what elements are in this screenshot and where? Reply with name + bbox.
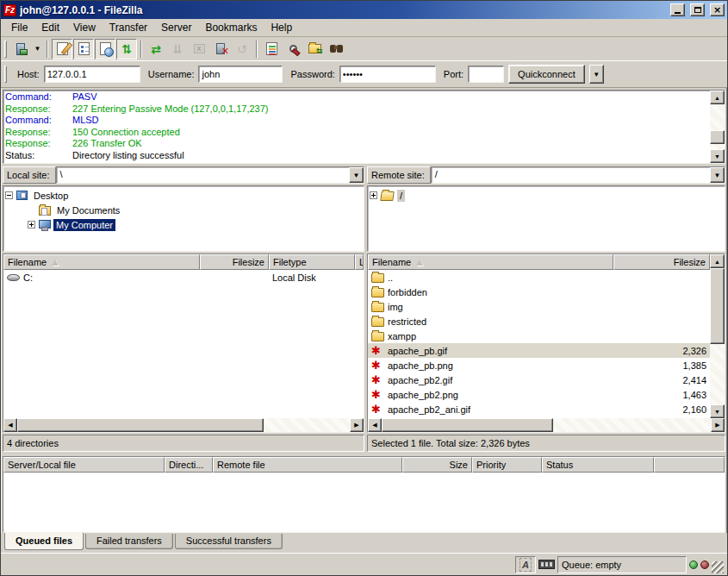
remote-file-row[interactable]: ✱apache_pb2_ani.gif2,160: [368, 402, 710, 416]
scroll-left-icon[interactable]: ◀: [3, 418, 17, 432]
column-header-remote-file[interactable]: Remote file: [213, 457, 402, 473]
disconnect-button[interactable]: [210, 39, 231, 59]
site-manager-dropdown-button[interactable]: ▼: [32, 39, 43, 59]
sort-ascending-icon: [416, 260, 423, 266]
find-files-button[interactable]: [326, 39, 346, 59]
queue-header: Server/Local file Directi... Remote file…: [3, 457, 725, 473]
scroll-up-icon[interactable]: ▲: [710, 91, 725, 104]
host-input[interactable]: [44, 66, 140, 83]
username-input[interactable]: [198, 66, 283, 83]
send-led-icon: [700, 560, 709, 569]
column-header-filetype[interactable]: Filetype: [269, 254, 355, 270]
queue-status-text: Queue: empty: [557, 556, 687, 573]
directory-listing-button[interactable]: [261, 39, 282, 59]
toggle-local-tree-button[interactable]: [73, 39, 94, 59]
refresh-button[interactable]: ⇄: [146, 39, 166, 59]
scroll-right-icon[interactable]: ▶: [711, 418, 725, 432]
column-header-server-local-file[interactable]: Server/Local file: [3, 457, 165, 473]
port-label: Port:: [444, 69, 464, 79]
column-header-filename[interactable]: Filename: [3, 254, 200, 270]
port-input[interactable]: [468, 66, 504, 83]
local-horizontal-scrollbar[interactable]: ◀ ▶: [3, 418, 364, 432]
password-input[interactable]: [339, 66, 436, 83]
menu-view[interactable]: View: [66, 20, 103, 36]
scroll-down-icon[interactable]: ▼: [710, 149, 725, 163]
remote-file-row[interactable]: ..: [368, 270, 710, 285]
toggle-transfer-queue-button[interactable]: ⇅: [116, 39, 137, 59]
scroll-down-icon[interactable]: ▼: [710, 404, 725, 418]
directory-comparison-button[interactable]: [304, 39, 325, 59]
log-entry: Status:Directory listing successful: [5, 150, 708, 162]
column-header-size[interactable]: Size: [402, 457, 472, 473]
remote-vertical-scrollbar[interactable]: ▲ ▼: [710, 254, 725, 418]
column-header-filesize[interactable]: Filesize: [200, 254, 269, 270]
process-queue-button[interactable]: ⇊: [167, 39, 188, 59]
local-site-combobox[interactable]: \ ▼: [56, 166, 364, 184]
expand-icon[interactable]: [28, 221, 35, 229]
tree-item-desktop[interactable]: Desktop: [5, 188, 364, 203]
remote-file-row-selected[interactable]: ✱apache_pb.gif2,326: [368, 343, 710, 358]
site-manager-button[interactable]: [10, 39, 31, 59]
cancel-button[interactable]: [189, 39, 209, 59]
menu-transfer[interactable]: Transfer: [103, 20, 154, 36]
chevron-down-icon[interactable]: ▼: [710, 167, 725, 183]
scroll-up-icon[interactable]: ▲: [710, 254, 725, 268]
quickconnect-dropdown-button[interactable]: ▼: [589, 65, 604, 84]
local-file-row[interactable]: C: Local Disk: [3, 270, 364, 285]
menu-bookmarks[interactable]: Bookmarks: [198, 20, 264, 36]
folder-icon: [371, 288, 384, 297]
tree-item-root[interactable]: /: [370, 188, 725, 203]
toolbar-separator: [140, 41, 142, 58]
remote-file-row[interactable]: img: [368, 299, 710, 314]
status-bar: A Queue: empty: [1, 553, 727, 575]
local-list-rows: C: Local Disk: [3, 270, 364, 418]
resize-grip[interactable]: [712, 561, 724, 573]
remote-horizontal-scrollbar[interactable]: ◀ ▶: [368, 418, 725, 432]
scroll-right-icon[interactable]: ▶: [350, 418, 364, 432]
column-header-filename[interactable]: Filename: [368, 254, 613, 270]
sort-ascending-icon: [52, 260, 59, 266]
remote-file-row[interactable]: xampp: [368, 329, 710, 343]
transfer-type-panel: A: [515, 556, 536, 573]
filter-button[interactable]: [283, 39, 303, 59]
collapse-icon[interactable]: [5, 191, 13, 199]
queue-body: [3, 473, 725, 532]
menu-file[interactable]: File: [4, 20, 34, 36]
my-computer-icon: [39, 220, 50, 230]
message-log-entries: Command:PASV Response:227 Entering Passi…: [3, 91, 710, 163]
close-button[interactable]: ×: [710, 3, 725, 16]
tab-successful-transfers[interactable]: Successful transfers: [175, 534, 283, 549]
remote-site-combobox[interactable]: / ▼: [431, 166, 725, 184]
remote-file-row[interactable]: ✱apache_pb.png1,385: [368, 358, 710, 373]
quickconnect-button[interactable]: Quickconnect: [508, 65, 585, 84]
secure-indicator-icon: [538, 560, 555, 569]
toggle-remote-tree-button[interactable]: [95, 39, 115, 59]
minimize-button[interactable]: [670, 3, 685, 16]
column-header-direction[interactable]: Directi...: [165, 457, 213, 473]
menu-help[interactable]: Help: [264, 20, 299, 36]
tab-failed-transfers[interactable]: Failed transfers: [85, 534, 173, 549]
remote-file-row[interactable]: restricted: [368, 314, 710, 329]
column-header-status[interactable]: Status: [542, 457, 654, 473]
tab-queued-files[interactable]: Queued files: [4, 533, 84, 550]
chevron-down-icon[interactable]: ▼: [349, 167, 364, 183]
column-header-last-modified[interactable]: L: [355, 254, 364, 270]
title-bar[interactable]: Fz john@127.0.0.1 - FileZilla ×: [1, 1, 727, 19]
tree-item-my-documents[interactable]: My Documents: [5, 203, 364, 217]
menu-server[interactable]: Server: [154, 20, 198, 36]
expand-icon[interactable]: [370, 191, 377, 199]
column-header-filesize[interactable]: Filesize: [613, 254, 710, 270]
reconnect-button[interactable]: ↺: [232, 39, 252, 59]
menu-edit[interactable]: Edit: [34, 20, 66, 36]
remote-file-row[interactable]: ✱apache_pb2.png1,463: [368, 387, 710, 402]
filter-icon: [289, 45, 297, 53]
column-header-priority[interactable]: Priority: [472, 457, 542, 473]
message-log: Command:PASV Response:227 Entering Passi…: [3, 90, 725, 164]
log-vertical-scrollbar[interactable]: ▲ ▼: [710, 91, 725, 163]
toggle-message-log-button[interactable]: [52, 39, 72, 59]
maximize-button[interactable]: [690, 3, 705, 16]
remote-file-row[interactable]: forbidden: [368, 285, 710, 299]
tree-item-my-computer[interactable]: My Computer: [5, 217, 364, 232]
remote-file-row[interactable]: ✱apache_pb2.gif2,414: [368, 373, 710, 387]
scroll-left-icon[interactable]: ◀: [368, 418, 382, 432]
